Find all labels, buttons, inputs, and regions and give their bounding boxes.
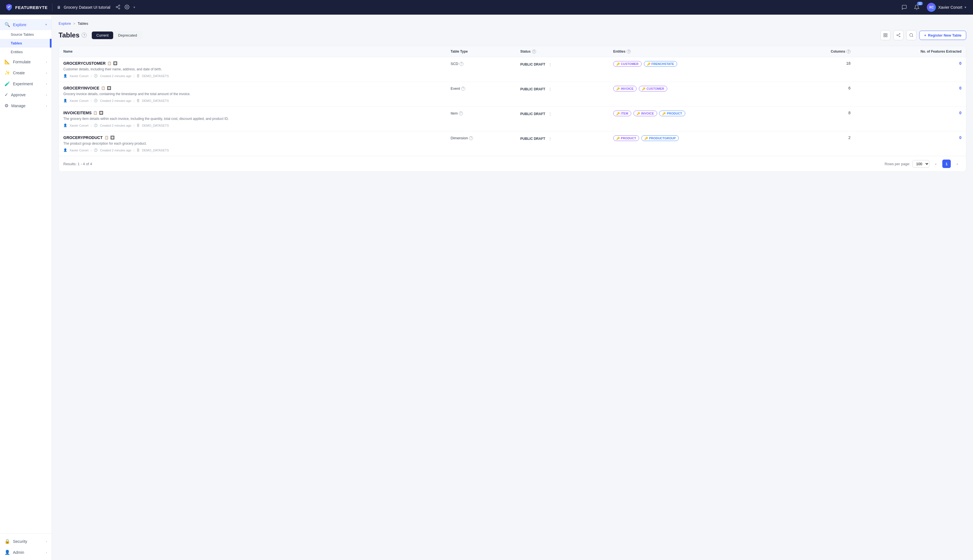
rows-per-page-label: Rows per page: (885, 162, 910, 166)
status-text: PUBLIC DRAFT (520, 87, 545, 91)
cell-features-invoiceitems[interactable]: 0 (855, 107, 966, 132)
clock-icon: 🕐 (94, 148, 98, 152)
more-menu-icon[interactable]: ⋮ (547, 136, 553, 142)
table-row: GROCERYCUSTOMER 📋 🔲 Customer details, in… (59, 57, 966, 82)
cell-features-grocerycustomer[interactable]: 0 (855, 57, 966, 82)
svg-point-2 (118, 8, 120, 9)
entity-tag-frenchstate[interactable]: 🔑 FRENCHSTATE (644, 61, 677, 67)
user-menu[interactable]: XC Xavier Conort ▾ (925, 2, 968, 13)
page-1-button[interactable]: 1 (942, 160, 951, 168)
register-new-table-button[interactable]: + Register New Table (919, 31, 966, 40)
type-help-icon[interactable]: ? (459, 112, 463, 115)
copy-icon[interactable]: 📋 (101, 86, 105, 90)
cell-name-grocerycustomer: GROCERYCUSTOMER 📋 🔲 Customer details, in… (59, 57, 446, 82)
clock-icon: 🕐 (94, 123, 98, 127)
sidebar-item-admin[interactable]: 👤 Admin › (0, 547, 52, 558)
rows-per-page-select[interactable]: 100 50 25 (913, 160, 930, 168)
notification-area[interactable]: 12 (912, 3, 921, 12)
status-help-icon[interactable]: ? (532, 50, 536, 53)
key-icon: 🔑 (637, 112, 640, 115)
id-icon[interactable]: 🔲 (107, 86, 111, 90)
more-menu-icon[interactable]: ⋮ (547, 87, 553, 92)
sidebar-item-experiment[interactable]: 🧪 Experiment › (0, 78, 52, 89)
entity-tag-product[interactable]: 🔑 PRODUCT (613, 135, 639, 141)
more-menu-icon[interactable]: ⋮ (547, 62, 553, 67)
entity-tag-product[interactable]: 🔑 PRODUCT (659, 111, 685, 116)
breadcrumb-explore[interactable]: Explore (58, 22, 71, 26)
type-help-icon[interactable]: ? (461, 87, 465, 91)
entity-tag-item[interactable]: 🔑 ITEM (613, 111, 631, 116)
create-icon: ✨ (5, 70, 10, 75)
sidebar-item-security[interactable]: 🔒 Security › (0, 536, 52, 547)
copy-icon[interactable]: 📋 (104, 136, 108, 140)
entity-tag-productgroup[interactable]: 🔑 PRODUCTGROUP (641, 135, 679, 141)
view-toggle-btn[interactable] (880, 30, 891, 40)
table-name: GROCERYCUSTOMER 📋 🔲 (63, 61, 442, 65)
col-header-entities: Entities ? (609, 46, 791, 57)
tab-current[interactable]: Current (92, 32, 113, 39)
sidebar-item-create[interactable]: ✨ Create › (0, 67, 52, 78)
table-name-text[interactable]: GROCERYPRODUCT (63, 135, 103, 140)
logo-text: FEATUREBYTE (15, 5, 48, 10)
type-help-icon[interactable]: ? (459, 62, 463, 66)
table-name-text[interactable]: INVOICEITEMS (63, 111, 92, 115)
key-icon: 🔑 (616, 112, 620, 115)
cell-features-groceryinvoice[interactable]: 0 (855, 82, 966, 107)
table-name-text[interactable]: GROCERYINVOICE (63, 86, 99, 90)
tab-deprecated[interactable]: Deprecated (114, 32, 142, 39)
id-icon[interactable]: 🔲 (99, 111, 103, 115)
cell-entities-groceryinvoice: 🔑 INVOICE 🔑 CUSTOMER (609, 82, 791, 107)
cell-name-invoiceitems: INVOICEITEMS 📋 🔲 The grocery item detail… (59, 107, 446, 132)
sidebar-item-entities[interactable]: Entities (0, 48, 52, 56)
cell-columns-groceryinvoice: 6 (791, 82, 855, 107)
prev-page-button[interactable]: ‹ (931, 160, 940, 168)
key-icon: 🔑 (662, 112, 666, 115)
id-icon[interactable]: 🔲 (110, 136, 115, 140)
graph-view-btn[interactable] (893, 30, 903, 40)
nav-project[interactable]: 🖥 Grocery Dataset UI tutorial ▾ (57, 5, 135, 10)
chevron-right-icon: › (46, 60, 47, 63)
more-menu-icon[interactable]: ⋮ (547, 111, 553, 117)
status-cell: PUBLIC DRAFT ⋮ (520, 135, 604, 142)
cell-features-groceryproduct[interactable]: 0 (855, 132, 966, 156)
entity-tag-customer[interactable]: 🔑 CUSTOMER (613, 61, 642, 67)
svg-line-3 (117, 7, 118, 8)
sidebar-item-source-tables[interactable]: Source Tables (0, 30, 52, 39)
table-meta: 👤 Xavier Conort | 🕐 Created 2 minutes ag… (63, 74, 442, 78)
breadcrumb-sep: > (73, 22, 75, 26)
cell-entities-grocerycustomer: 🔑 CUSTOMER 🔑 FRENCHSTATE (609, 57, 791, 82)
nav-divider (52, 3, 52, 11)
search-button[interactable] (906, 30, 916, 40)
table-name: INVOICEITEMS 📋 🔲 (63, 111, 442, 115)
columns-help-icon[interactable]: ? (846, 50, 851, 53)
help-icon[interactable]: ? (82, 33, 87, 38)
clock-icon: 🕐 (94, 74, 98, 78)
entity-tag-customer[interactable]: 🔑 CUSTOMER (639, 86, 667, 92)
table-name-text[interactable]: GROCERYCUSTOMER (63, 61, 105, 65)
entities-help-icon[interactable]: ? (627, 50, 631, 53)
user-icon: 👤 (63, 74, 67, 78)
entity-tag-invoice[interactable]: 🔑 INVOICE (633, 111, 657, 116)
entity-tag-invoice[interactable]: 🔑 INVOICE (613, 86, 637, 92)
top-navigation: FEATUREBYTE 🖥 Grocery Dataset UI tutoria… (0, 0, 973, 15)
id-icon[interactable]: 🔲 (113, 62, 117, 65)
sidebar-item-manage[interactable]: ⚙ Manage › (0, 100, 52, 111)
table-desc: Customer details, including their name, … (63, 67, 442, 72)
share-icon[interactable] (115, 5, 120, 10)
status-text: PUBLIC DRAFT (520, 112, 545, 116)
next-page-button[interactable]: › (953, 160, 961, 168)
pagination: Rows per page: 100 50 25 ‹ 1 › (885, 160, 961, 168)
approve-icon: ✓ (5, 92, 8, 97)
settings-icon[interactable] (124, 5, 130, 10)
sidebar-item-tables[interactable]: Tables (0, 39, 52, 48)
sidebar-item-formulate[interactable]: 📐 Formulate › (0, 56, 52, 67)
chat-button[interactable] (900, 3, 909, 12)
copy-icon[interactable]: 📋 (107, 62, 112, 65)
type-help-icon[interactable]: ? (469, 136, 473, 140)
svg-point-5 (127, 6, 128, 8)
sidebar-item-explore[interactable]: 🔍 Explore ▾ (0, 19, 52, 30)
notification-count: 12 (917, 2, 923, 5)
status-cell: PUBLIC DRAFT ⋮ (520, 61, 604, 67)
sidebar-item-approve[interactable]: ✓ Approve › (0, 89, 52, 100)
copy-icon[interactable]: 📋 (93, 111, 97, 115)
